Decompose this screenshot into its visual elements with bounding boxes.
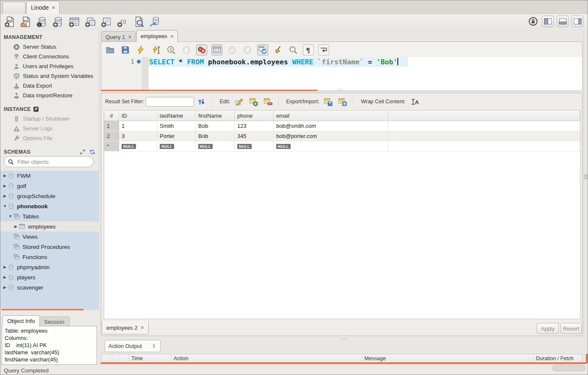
expand-schemas-icon[interactable] [80,149,86,155]
tree-node-tables[interactable]: ▼Tables [0,211,99,221]
stop-button[interactable] [181,44,192,55]
execute-button[interactable] [135,44,146,55]
invisibles-button[interactable]: ¶ [303,44,314,55]
tree-node-employees[interactable]: ▶employees [0,221,99,232]
find-button[interactable] [288,44,299,55]
tree-node-players[interactable]: ▶players [0,272,99,282]
explain-button[interactable] [166,44,177,55]
resize-grip[interactable]: ∷ [582,367,585,371]
tree-node-stored-procedures[interactable]: Stored Procedures [0,242,99,252]
toggle-bottom-panel-button[interactable] [557,16,569,27]
chevron-down-icon[interactable]: ▼ [8,214,13,218]
editor-splitter-grip[interactable]: ∷∷ [337,88,343,92]
tab-employees[interactable]: employees × [136,30,178,42]
wrap-cell-content-icon[interactable]: A [409,96,420,107]
table-cell[interactable]: NULL [235,141,274,151]
sidebar-item-data-export[interactable]: Data Export [0,81,99,91]
refresh-schemas-icon[interactable] [89,149,95,155]
table-cell[interactable]: bob@smith.com [274,121,388,131]
inspect-database-button[interactable]: i [36,15,48,28]
home-tab-button[interactable] [3,2,25,14]
export-recordset-icon[interactable] [323,96,334,107]
chevron-right-icon[interactable]: ▶ [2,265,8,269]
revert-button[interactable]: Revert [560,323,582,334]
chevron-right-icon[interactable]: ▶ [2,174,8,178]
sql-statement[interactable]: SELECT * FROM phonebook.employees WHERE … [149,58,398,66]
chevron-right-icon[interactable]: ▶ [2,194,8,198]
table-cell[interactable]: Smith [157,121,196,131]
row-number-cell[interactable]: 1 [104,121,119,131]
sidebar-item-client-connections[interactable]: Client Connections [0,52,99,61]
horizontal-scrollbar[interactable] [552,365,585,371]
tree-node-scavenger[interactable]: ▶scavenger [0,282,99,292]
result-set-filter-input[interactable] [146,97,194,107]
table-cell[interactable]: Porter [157,131,196,141]
limit-rows-button[interactable] [211,44,222,55]
column-header-email[interactable]: email [274,110,388,121]
table-cell[interactable]: 1 [119,121,157,131]
column-header-[interactable]: # [104,110,119,121]
tab-session[interactable]: Session [39,317,69,326]
create-table-button[interactable] [68,15,80,28]
result-set-tab-close-icon[interactable]: × [141,325,144,331]
tree-node-views[interactable]: Views [0,232,99,242]
connection-tab-close-icon[interactable]: × [52,5,55,11]
sidebar-item-server-logs[interactable]: Server Logs [0,124,99,133]
stop-on-error-button[interactable] [196,44,207,55]
right-panel-grip[interactable] [584,174,588,180]
column-header-lastname[interactable]: lastName [157,110,196,121]
create-schema-button[interactable] [52,15,64,28]
tree-node-golf[interactable]: ▶golf [0,181,99,191]
output-splitter-grip[interactable]: ∷∷ [341,337,347,341]
refresh-grid-icon[interactable] [196,96,207,107]
table-cell[interactable]: NULL [274,141,388,151]
result-set-tab[interactable]: employees 2 × [102,321,149,334]
chevron-right-icon[interactable]: ▶ [2,184,8,188]
output-column-empty[interactable] [112,354,129,362]
sidebar-item-data-import-restore[interactable]: Data Import/Restore [0,91,99,100]
tab-employees-close-icon[interactable]: × [170,33,174,39]
output-column-empty[interactable] [101,354,112,362]
tab-query-1[interactable]: Query 1 × [101,31,136,42]
chevron-down-icon[interactable]: ▼ [2,204,8,208]
search-data-button[interactable] [133,15,145,28]
table-row[interactable]: 11SmithBob123bob@smith.com [104,121,580,131]
table-cell[interactable]: 345 [235,131,274,141]
edit-cell-icon[interactable] [233,96,244,107]
schema-filter-input[interactable] [17,158,84,165]
output-column-message[interactable]: Message [362,354,534,362]
autocommit-button[interactable] [257,44,268,55]
chevron-right-icon[interactable]: ▶ [13,224,19,229]
toggle-right-sidebar-button[interactable] [571,16,583,27]
tree-node-groupschedule[interactable]: ▶groupSchedule [0,191,99,201]
create-view-button[interactable] [84,15,97,28]
toggle-left-sidebar-button[interactable] [542,16,554,27]
column-header-id[interactable]: ID [119,110,157,121]
insert-row-icon[interactable] [248,96,259,107]
apply-button[interactable]: Apply [537,323,559,334]
new-row-placeholder[interactable]: *NULLNULLNULLNULLNULL [104,141,580,152]
wrap-button[interactable] [318,44,329,55]
output-selector[interactable]: Action Output [105,340,161,352]
table-cell[interactable]: 3 [119,131,157,141]
table-cell[interactable]: bob@porter.com [274,131,388,141]
column-header-phone[interactable]: phone [235,110,274,121]
tree-node-fwm[interactable]: ▶FWM [0,171,99,181]
table-cell[interactable]: NULL [119,141,157,151]
beautify-button[interactable] [272,44,283,55]
save-button[interactable] [120,44,131,55]
tree-node-functions[interactable]: Functions [0,252,99,262]
commit-button[interactable] [227,44,238,55]
sidebar-item-server-status[interactable]: Server Status [0,42,99,52]
chevron-right-icon[interactable]: ▶ [2,275,8,279]
output-column-action[interactable]: Action [172,354,362,362]
table-cell[interactable]: NULL [196,141,235,151]
sidebar-item-users-and-privileges[interactable]: Users and Privileges [0,61,99,71]
delete-row-icon[interactable] [262,96,273,107]
output-column-duration-fetch[interactable]: Duration / Fetch [534,354,582,362]
connection-tab[interactable]: Linode × [26,1,60,14]
import-records-icon[interactable] [337,96,348,107]
execute-current-button[interactable] [150,44,161,55]
table-cell[interactable]: NULL [157,141,196,151]
open-file-button[interactable] [105,44,116,55]
